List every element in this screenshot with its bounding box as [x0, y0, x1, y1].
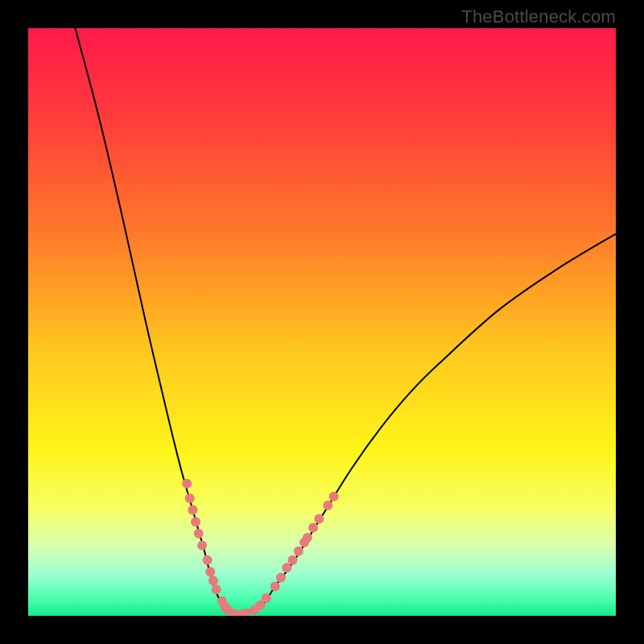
dot: [329, 492, 339, 502]
dot: [212, 584, 221, 594]
dot: [314, 514, 324, 524]
dot: [323, 501, 332, 510]
dot: [203, 555, 213, 565]
dot: [241, 609, 250, 616]
watermark-text: TheBottleneck.com: [461, 6, 616, 27]
dot: [185, 493, 195, 503]
dot: [308, 523, 318, 533]
chart-container: TheBottleneck.com: [0, 0, 644, 644]
plot-area: [28, 28, 616, 616]
dot: [208, 576, 218, 585]
dot: [188, 506, 197, 515]
dot: [197, 540, 207, 550]
dot: [288, 555, 298, 565]
curve-layer: [28, 28, 616, 616]
dot: [205, 567, 215, 576]
bottleneck-curve: [75, 28, 616, 616]
highlight-dots: [182, 479, 339, 616]
dot: [294, 547, 303, 556]
dot: [270, 582, 280, 592]
dot: [303, 533, 312, 543]
dot: [276, 573, 286, 583]
dot: [182, 479, 192, 489]
dot: [282, 563, 291, 572]
dot: [194, 529, 204, 539]
dot: [262, 593, 271, 603]
dot: [191, 517, 200, 526]
